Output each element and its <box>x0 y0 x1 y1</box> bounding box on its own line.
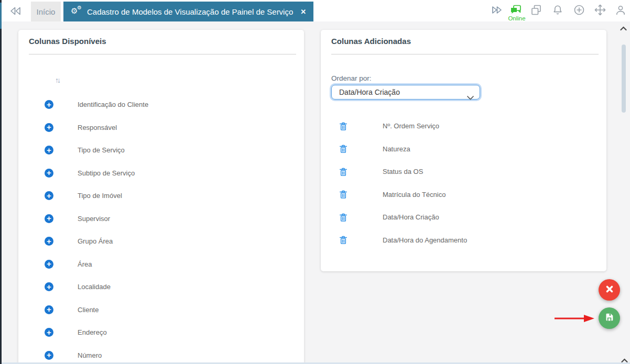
delete-column-icon[interactable] <box>338 121 349 131</box>
top-bar: Início ⚙ ⚙ Cadastro de Modelos de Visual… <box>2 0 630 21</box>
tab-cadastro-modelos[interactable]: ⚙ ⚙ Cadastro de Modelos de Visualização … <box>63 2 313 21</box>
add-column-icon[interactable]: + <box>45 146 53 155</box>
list-item: Natureza <box>321 138 606 161</box>
cancel-button[interactable] <box>599 279 620 301</box>
fast-forward-icon[interactable] <box>491 4 503 16</box>
list-item: +Área <box>18 253 304 276</box>
list-item: +Cliente <box>18 299 304 322</box>
list-item: +Responsável <box>18 116 304 139</box>
delete-column-icon[interactable] <box>338 167 349 177</box>
tab-inicio-label: Início <box>37 7 56 16</box>
chat-icon[interactable] <box>509 4 522 16</box>
add-column-icon[interactable]: + <box>45 191 53 200</box>
divider <box>331 54 599 54</box>
list-item: +Grupo Área <box>18 230 304 253</box>
list-item: +Endereço <box>18 321 304 344</box>
order-by-label: Ordenar por: <box>331 74 372 82</box>
collapse-tabs-icon[interactable] <box>8 5 22 17</box>
add-column-icon[interactable]: + <box>45 305 53 314</box>
list-item: Data/Hora do Agendamento <box>321 229 606 252</box>
delete-column-icon[interactable] <box>338 144 349 154</box>
list-item: Nº. Ordem Serviço <box>321 115 606 138</box>
list-item: +Subtipo de Serviço <box>18 162 304 185</box>
delete-column-icon[interactable] <box>338 235 349 245</box>
scrollbar-thumb[interactable] <box>622 45 626 113</box>
copy-icon[interactable] <box>530 4 542 16</box>
order-by-selected-value: Data/Hora Criação <box>339 88 400 96</box>
list-item: +Localidade <box>18 275 304 299</box>
add-column-icon[interactable]: + <box>45 169 53 178</box>
available-columns-panel: Colunas Disponíveis ↑↓ +Identificação do… <box>18 30 304 364</box>
close-icon <box>604 283 615 297</box>
tab-cadastro-label: Cadastro de Modelos de Visualização de P… <box>87 7 293 16</box>
collapsed-sidebar-accent <box>0 3 2 29</box>
bell-icon[interactable] <box>551 4 564 16</box>
tab-inicio[interactable]: Início <box>31 2 61 21</box>
list-item: +Supervisor <box>18 207 304 230</box>
move-icon[interactable] <box>594 4 606 16</box>
user-icon[interactable] <box>614 4 627 16</box>
delete-column-icon[interactable] <box>338 212 349 223</box>
add-circle-icon[interactable] <box>573 4 585 16</box>
close-tab-icon[interactable]: ✕ <box>300 8 306 16</box>
list-item: Status da OS <box>321 160 606 183</box>
list-item: +Tipo de Serviço <box>18 139 304 162</box>
annotation-arrow <box>553 313 595 326</box>
added-columns-list: Nº. Ordem Serviço Natureza Status da OS … <box>321 115 606 251</box>
add-column-icon[interactable]: + <box>45 260 53 269</box>
list-item: Matrícula do Técnico <box>321 183 606 206</box>
add-column-icon[interactable]: + <box>45 351 53 360</box>
available-columns-list: +Identificação do Cliente +Responsável +… <box>18 93 304 364</box>
gears-icon: ⚙ ⚙ <box>71 6 82 17</box>
save-floppy-icon <box>604 312 615 325</box>
divider <box>29 54 296 54</box>
add-column-icon[interactable]: + <box>45 100 53 109</box>
chevron-down-icon <box>467 91 474 104</box>
list-item: +Identificação do Cliente <box>18 93 304 116</box>
list-item: Data/Hora Criação <box>321 206 606 229</box>
add-column-icon[interactable]: + <box>45 237 53 246</box>
order-by-select[interactable]: Data/Hora Criação <box>331 85 480 100</box>
online-status: Online <box>504 15 530 21</box>
list-item: +Tipo de Imóvel <box>18 184 304 207</box>
collapsed-sidebar-edge[interactable] <box>0 0 2 364</box>
list-item: +Número <box>18 344 304 364</box>
save-button[interactable] <box>599 307 620 329</box>
added-panel-title: Colunas Adicionadas <box>331 37 411 46</box>
delete-column-icon[interactable] <box>338 189 349 200</box>
add-column-icon[interactable]: + <box>45 328 53 337</box>
add-column-icon[interactable]: + <box>45 282 53 291</box>
add-column-icon[interactable]: + <box>45 123 53 132</box>
available-panel-title: Colunas Disponíveis <box>29 37 106 46</box>
scrollbar-up-arrow[interactable] <box>620 24 627 33</box>
sort-order-icon[interactable]: ↑↓ <box>55 76 59 84</box>
add-column-icon[interactable]: + <box>45 214 53 223</box>
added-columns-panel: Colunas Adicionadas Ordenar por: Data/Ho… <box>321 30 606 271</box>
